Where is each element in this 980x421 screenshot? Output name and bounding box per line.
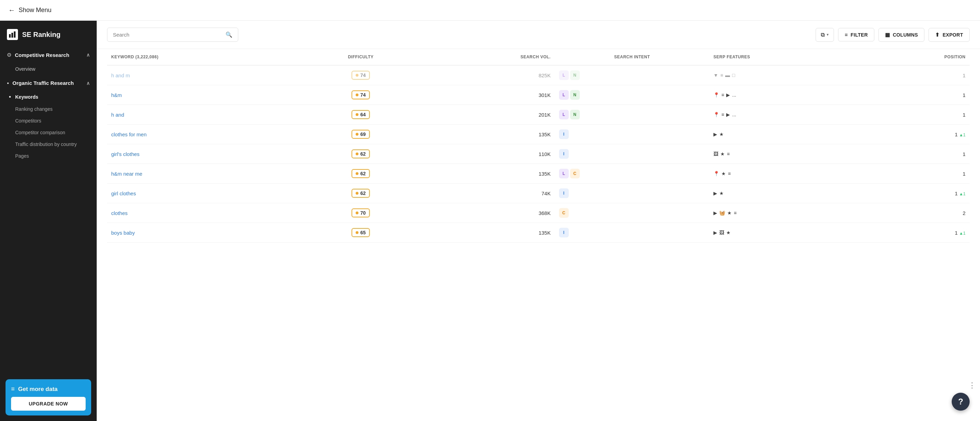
search-vol-cell: 110K	[420, 144, 555, 164]
serp-feature-icon: ★	[721, 171, 726, 176]
position-number: 1	[963, 92, 966, 98]
table-row: h and64201KLN📍≡▶...1	[107, 105, 970, 125]
difficulty-badge: 74	[352, 91, 370, 99]
keyword-cell[interactable]: clothes for men	[107, 125, 301, 144]
difficulty-badge: 69	[352, 130, 370, 139]
serp-features-cell: 📍≡▶...	[709, 105, 866, 125]
serp-features-cell: ▶★	[709, 184, 866, 203]
position-cell: 1	[866, 105, 970, 125]
search-vol-cell: 368K	[420, 203, 555, 223]
serp-feature-icon: ▶	[713, 132, 717, 137]
keyword-cell[interactable]: boys baby	[107, 223, 301, 243]
serp-feature-icon: ≡	[721, 92, 724, 98]
serp-feature-icon: ...	[732, 92, 736, 98]
search-intent-cell: I	[555, 144, 709, 164]
intent-badge: C	[559, 208, 569, 218]
keyword-cell[interactable]: girl clothes	[107, 184, 301, 203]
search-intent-cell: LN	[555, 65, 709, 85]
serp-feature-icon: ★	[726, 230, 731, 235]
serp-features-cell: ▼≡▬□	[709, 65, 866, 85]
serp-feature-icon: 🖼	[713, 151, 718, 157]
serp-feature-icon: ★	[720, 151, 725, 157]
help-button[interactable]: ?	[952, 393, 970, 411]
pages-label: Pages	[15, 153, 29, 159]
serp-features-cell: ▶★	[709, 125, 866, 144]
intent-badge: L	[559, 90, 569, 100]
serp-feature-icon: 🧺	[719, 210, 725, 216]
position-change: ▲1	[959, 231, 966, 236]
difficulty-dot	[356, 94, 358, 96]
keyword-cell[interactable]: h and	[107, 105, 301, 125]
search-vol-cell: 301K	[420, 85, 555, 105]
overview-label: Overview	[15, 66, 35, 72]
intent-badge: N	[570, 90, 580, 100]
traffic-distribution-label: Traffic distribution by country	[15, 141, 77, 147]
arrow-left-icon: ←	[8, 6, 15, 14]
show-menu-label: Show Menu	[19, 6, 51, 14]
serp-feature-icon: ▶	[713, 230, 717, 235]
sidebar-item-competitors[interactable]: Competitors	[0, 115, 97, 127]
table-container: KEYWORD (3,222,086) DIFFICULTY SEARCH VO…	[97, 49, 980, 243]
position-cell: 1	[866, 65, 970, 85]
keyword-cell[interactable]: h and m	[107, 65, 301, 85]
table-row: girl's clothes62110KI🖼★≡1	[107, 144, 970, 164]
col-search-intent: SEARCH INTENT	[555, 49, 709, 65]
difficulty-badge: 74	[352, 71, 370, 80]
intent-badge: L	[559, 110, 569, 119]
get-more-data-card: ≡ Get more data UPGRADE NOW	[6, 379, 91, 415]
sidebar: SE Ranking ⊙ Competitive Research ∧ Over…	[0, 21, 97, 421]
difficulty-dot	[356, 153, 358, 155]
upgrade-now-button[interactable]: UPGRADE NOW	[11, 397, 86, 411]
export-button[interactable]: ⬆ EXPORT	[929, 28, 970, 42]
serp-feature-icon: ▶	[713, 210, 717, 216]
serp-feature-icon: ≡	[727, 151, 730, 157]
organic-traffic-header[interactable]: ● Organic Traffic Research ∧	[0, 75, 97, 91]
keyword-cell[interactable]: girl's clothes	[107, 144, 301, 164]
serp-feature-icon: ≡	[720, 73, 723, 78]
svg-rect-2	[14, 32, 16, 38]
serp-feature-icon: 📍	[713, 112, 719, 118]
copy-icon: ⧉	[821, 32, 825, 38]
keyword-cell[interactable]: h&m	[107, 85, 301, 105]
sidebar-item-pages[interactable]: Pages	[0, 150, 97, 162]
difficulty-badge: 62	[352, 169, 370, 178]
difficulty-badge: 62	[352, 149, 370, 158]
serp-feature-icon: ≡	[721, 112, 724, 118]
filter-button[interactable]: ≡ FILTER	[838, 28, 874, 41]
serp-features-cell: 📍★≡	[709, 164, 866, 184]
keywords-label: Keywords	[15, 94, 38, 100]
position-cell: 1 ▲1	[866, 223, 970, 243]
table-row: clothes for men69135KI▶★1 ▲1	[107, 125, 970, 144]
search-vol-cell: 74K	[420, 184, 555, 203]
keyword-cell[interactable]: h&m near me	[107, 164, 301, 184]
show-menu-button[interactable]: ← Show Menu	[8, 6, 51, 14]
difficulty-badge: 70	[352, 208, 370, 218]
search-box[interactable]: 🔍	[107, 28, 238, 42]
search-intent-cell: I	[555, 184, 709, 203]
difficulty-cell: 70	[301, 203, 420, 223]
table-row: clothes70368KC▶🧺★≡2	[107, 203, 970, 223]
search-input[interactable]	[113, 32, 222, 38]
col-position: POSITION	[866, 49, 970, 65]
intent-badge: I	[559, 129, 569, 139]
difficulty-cell: 74	[301, 65, 420, 85]
keyword-cell[interactable]: clothes	[107, 203, 301, 223]
table-row: girl clothes6274KI▶★1 ▲1	[107, 184, 970, 203]
columns-button[interactable]: ▦ COLUMNS	[878, 28, 924, 42]
more-options-icon[interactable]: ⋮	[968, 381, 976, 390]
serp-features-cell: ▶🧺★≡	[709, 203, 866, 223]
copy-button[interactable]: ⧉ ▾	[816, 28, 834, 42]
sidebar-item-ranking-changes[interactable]: Ranking changes	[0, 103, 97, 115]
intent-badge: C	[570, 169, 580, 178]
serp-feature-icon: 🖼	[719, 230, 724, 235]
sidebar-item-competitor-comparison[interactable]: Competitor comparison	[0, 127, 97, 138]
col-search-vol: SEARCH VOL.	[420, 49, 555, 65]
competitors-label: Competitors	[15, 118, 41, 124]
sidebar-item-keywords[interactable]: Keywords →	[0, 91, 97, 103]
col-difficulty: DIFFICULTY	[301, 49, 420, 65]
competitive-research-header[interactable]: ⊙ Competitive Research ∧	[0, 47, 97, 63]
sidebar-item-overview[interactable]: Overview	[0, 63, 97, 75]
ranking-changes-label: Ranking changes	[15, 106, 52, 112]
position-number: 2	[963, 210, 966, 216]
sidebar-item-traffic-distribution[interactable]: Traffic distribution by country	[0, 138, 97, 150]
